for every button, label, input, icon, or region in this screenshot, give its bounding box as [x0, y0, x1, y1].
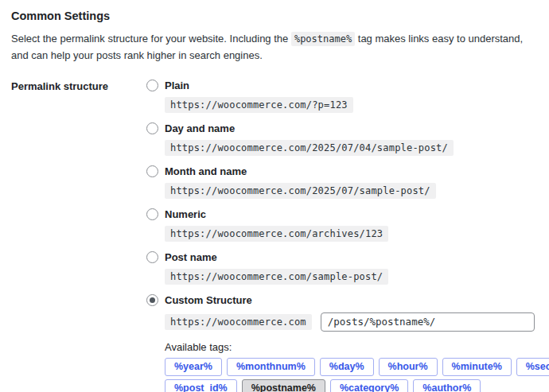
permalink-structure-label: Permalink structure [11, 79, 146, 92]
postname-inline-code: %postname% [291, 32, 355, 46]
custom-structure-input[interactable] [321, 312, 535, 332]
intro-text-before: Select the permalink structure for your … [11, 33, 291, 45]
radio-day-name[interactable] [146, 122, 158, 134]
radio-numeric[interactable] [146, 208, 158, 220]
tag-postname-button[interactable]: %postname% [242, 379, 325, 392]
option-plain-example: https://woocommerce.com/?p=123 [165, 97, 538, 113]
radio-post-name[interactable] [146, 251, 158, 263]
option-month-name: Month and name https://woocommerce.com/2… [146, 165, 538, 199]
option-post-name: Post name https://woocommerce.com/sample… [146, 250, 538, 285]
option-numeric-radio-row[interactable]: Numeric [146, 208, 538, 221]
tag-post-id-button[interactable]: %post_id% [165, 379, 237, 392]
option-custom-structure-label[interactable]: Custom Structure [165, 294, 252, 306]
option-post-name-example: https://woocommerce.com/sample-post/ [165, 269, 538, 285]
available-tags-list: %year% %monthnum% %day% %hour% %minute% … [165, 358, 499, 392]
tag-minute-button[interactable]: %minute% [442, 358, 512, 376]
option-day-name-radio-row[interactable]: Day and name [146, 122, 538, 135]
option-numeric-example-url: https://woocommerce.com/archives/123 [165, 226, 388, 242]
tag-day-button[interactable]: %day% [320, 358, 374, 376]
tag-second-button[interactable]: %second% [516, 358, 549, 376]
option-numeric-label[interactable]: Numeric [165, 208, 206, 220]
permalink-options: Plain https://woocommerce.com/?p=123 Day… [146, 79, 538, 392]
option-numeric-example: https://woocommerce.com/archives/123 [165, 226, 538, 242]
option-plain-label[interactable]: Plain [165, 80, 189, 91]
option-month-name-label[interactable]: Month and name [165, 165, 247, 177]
page-title: Common Settings [11, 10, 538, 22]
custom-structure-url-prefix: https://woocommerce.com [165, 314, 312, 330]
option-plain: Plain https://woocommerce.com/?p=123 [146, 79, 538, 113]
option-day-name-label[interactable]: Day and name [165, 122, 235, 134]
tag-monthnum-button[interactable]: %monthnum% [227, 358, 315, 376]
available-tags-row-2: %post_id% %postname% %category% %author% [165, 379, 499, 392]
radio-month-name[interactable] [146, 165, 158, 177]
option-month-name-example-url: https://woocommerce.com/2025/07/sample-p… [165, 183, 436, 199]
option-post-name-radio-row[interactable]: Post name [146, 250, 538, 264]
radio-plain[interactable] [146, 80, 158, 91]
option-month-name-example: https://woocommerce.com/2025/07/sample-p… [165, 183, 538, 199]
tag-category-button[interactable]: %category% [330, 379, 408, 392]
tag-year-button[interactable]: %year% [165, 358, 222, 376]
option-post-name-label[interactable]: Post name [165, 251, 217, 263]
option-numeric: Numeric https://woocommerce.com/archives… [146, 208, 538, 242]
available-tags-row-1: %year% %monthnum% %day% %hour% %minute% … [165, 358, 499, 376]
option-plain-example-url: https://woocommerce.com/?p=123 [165, 97, 353, 113]
available-tags-label: Available tags: [165, 341, 538, 353]
tag-hour-button[interactable]: %hour% [379, 358, 438, 376]
option-day-name-example-url: https://woocommerce.com/2025/07/04/sampl… [165, 140, 454, 156]
radio-custom-structure[interactable] [146, 294, 158, 306]
intro-text: Select the permalink structure for your … [11, 31, 538, 64]
option-day-name: Day and name https://woocommerce.com/202… [146, 122, 538, 156]
tag-author-button[interactable]: %author% [413, 379, 481, 392]
option-plain-radio-row[interactable]: Plain [146, 79, 538, 92]
option-day-name-example: https://woocommerce.com/2025/07/04/sampl… [165, 140, 538, 156]
option-post-name-example-url: https://woocommerce.com/sample-post/ [165, 269, 388, 285]
permalink-settings-page: Common Settings Select the permalink str… [0, 0, 549, 392]
custom-structure-input-row: https://woocommerce.com [165, 312, 538, 332]
option-month-name-radio-row[interactable]: Month and name [146, 165, 538, 178]
option-custom-structure: Custom Structure https://woocommerce.com… [146, 293, 538, 392]
permalink-structure-row: Permalink structure Plain https://woocom… [11, 79, 538, 392]
option-custom-structure-radio-row[interactable]: Custom Structure [146, 293, 538, 307]
